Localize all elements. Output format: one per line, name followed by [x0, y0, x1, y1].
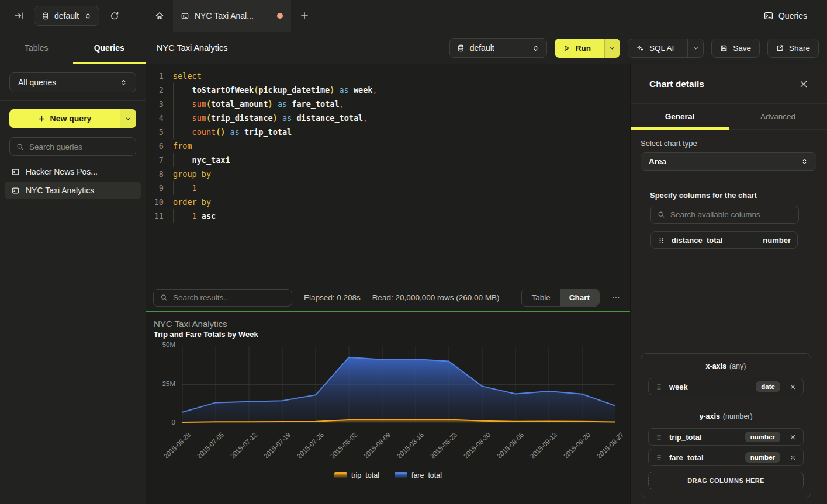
chevron-updown-icon — [801, 158, 808, 165]
new-query-dropdown[interactable] — [120, 109, 136, 128]
tab-queries[interactable]: Queries — [73, 32, 146, 64]
x-axis-column-week[interactable]: week date — [648, 378, 804, 395]
remove-column-icon[interactable] — [789, 454, 797, 461]
code-line[interactable]: 4 sum(trip_distance) as distance_total, — [152, 111, 630, 125]
topbar-database-selector[interactable]: default — [34, 6, 99, 26]
panel-header: Chart details — [631, 64, 827, 104]
panel-tabs: General Advanced — [631, 104, 827, 130]
line-content: count() as trip_total — [173, 125, 292, 139]
new-query-main[interactable]: New query — [9, 109, 120, 128]
code-line[interactable]: 2 toStartOfWeek(pickup_datetime) as week… — [152, 83, 630, 97]
remove-column-icon[interactable] — [789, 433, 797, 441]
run-button-main[interactable]: Run — [555, 39, 599, 58]
save-icon — [720, 44, 728, 52]
sql-editor[interactable]: 1select2 toStartOfWeek(pickup_datetime) … — [146, 64, 630, 283]
x-axis-title: x-axis(any) — [648, 360, 804, 375]
refresh-icon[interactable] — [108, 9, 122, 23]
home-icon[interactable] — [146, 0, 173, 32]
code-line[interactable]: 3 sum(total_amount) as fare_total, — [152, 97, 630, 111]
save-button[interactable]: Save — [711, 39, 760, 58]
code-line[interactable]: 8group by — [152, 167, 630, 181]
chevron-updown-icon — [120, 79, 127, 86]
toolbar-database-selector[interactable]: default — [449, 38, 547, 58]
query-item-nyc-taxi[interactable]: NYC Taxi Analytics — [5, 182, 141, 199]
topbar: default NYC Taxi Anal... Queries — [0, 0, 827, 32]
run-button[interactable]: Run — [555, 39, 620, 58]
new-tab-button[interactable] — [291, 0, 318, 32]
code-line[interactable]: 7 nyc_taxi — [152, 153, 630, 167]
sql-ai-main[interactable]: SQL AI — [628, 39, 682, 57]
code-line[interactable]: 5 count() as trip_total — [152, 125, 630, 139]
main-header: NYC Taxi Analytics default Run — [146, 32, 827, 64]
column-name: trip_total — [669, 433, 702, 442]
line-number: 11 — [152, 209, 164, 223]
tab-tables[interactable]: Tables — [0, 32, 73, 64]
collapse-sidebar-icon[interactable] — [12, 9, 26, 23]
remove-column-icon[interactable] — [789, 383, 797, 391]
chart-type-select[interactable]: Area — [641, 152, 816, 171]
legend-label: trip_total — [351, 471, 379, 479]
queries-button[interactable]: Queries — [764, 11, 827, 20]
tab-general[interactable]: General — [631, 104, 729, 129]
query-item-hacker-news[interactable]: Hacker News Pos... — [5, 163, 141, 180]
view-toggle-chart[interactable]: Chart — [560, 289, 599, 306]
drag-handle-icon[interactable] — [658, 237, 665, 244]
search-queries-input[interactable] — [29, 142, 129, 151]
sql-ai-button[interactable]: SQL AI — [628, 39, 704, 58]
tab-nyc-taxi-analytics[interactable]: NYC Taxi Anal... — [173, 0, 291, 32]
drop-zone-label: DRAG COLUMNS HERE — [687, 477, 764, 484]
columns-search-input[interactable] — [670, 210, 792, 219]
queries-console-icon — [764, 11, 773, 20]
code-line[interactable]: 1select — [152, 69, 630, 83]
sidebar-tabs: Tables Queries — [0, 32, 146, 64]
sql-ai-dropdown[interactable] — [687, 39, 703, 57]
line-content: nyc_taxi — [173, 153, 230, 167]
drag-handle-icon[interactable] — [655, 433, 663, 441]
more-options-icon[interactable] — [611, 293, 621, 303]
chart-plot[interactable] — [182, 346, 615, 423]
view-toggle-table[interactable]: Table — [522, 289, 559, 306]
code-line[interactable]: 11 1 asc — [152, 209, 630, 223]
unsaved-dot — [277, 13, 283, 19]
y-axis-title-text: y-axis — [699, 412, 719, 420]
drag-handle-icon[interactable] — [655, 454, 663, 461]
column-type: number — [763, 236, 791, 245]
legend-item-fare_total[interactable]: fare_total — [395, 471, 442, 479]
legend-item-trip_total[interactable]: trip_total — [334, 471, 379, 479]
share-button[interactable]: Share — [767, 39, 819, 58]
run-dropdown[interactable] — [604, 39, 620, 58]
line-number: 3 — [152, 97, 164, 111]
search-queries-field[interactable] — [9, 137, 136, 156]
line-content: sum(trip_distance) as distance_total, — [173, 111, 368, 125]
elapsed-stat: Elapsed: 0.208s — [304, 293, 361, 302]
query-filter-select[interactable]: All queries — [9, 72, 136, 92]
y-axis-title: y-axis(number) — [648, 410, 804, 425]
line-content: group by — [173, 167, 211, 181]
code-line[interactable]: 9 1 — [152, 181, 630, 195]
drop-zone[interactable]: DRAG COLUMNS HERE — [648, 472, 804, 489]
line-content: toStartOfWeek(pickup_datetime) as week, — [173, 83, 378, 97]
plus-icon — [38, 115, 46, 123]
legend-label: fare_total — [411, 471, 442, 479]
new-query-label: New query — [50, 114, 92, 123]
available-column-distance-total[interactable]: distance_total number — [650, 231, 798, 249]
drag-handle-icon[interactable] — [655, 383, 663, 391]
view-toggle-table-label: Table — [531, 293, 550, 302]
code-line[interactable]: 10order by — [152, 195, 630, 209]
code-line[interactable]: 6from — [152, 139, 630, 153]
line-number: 7 — [152, 153, 164, 167]
line-content: order by — [173, 195, 211, 209]
columns-search-field[interactable] — [650, 206, 799, 224]
topbar-left: default — [0, 0, 146, 32]
sql-ai-label: SQL AI — [649, 44, 674, 53]
search-results-field[interactable] — [153, 289, 292, 307]
new-query-button[interactable]: New query — [9, 109, 136, 128]
chart-legend: trip_totalfare_total — [146, 471, 630, 479]
y-axis-column-trip-total[interactable]: trip_total number — [648, 428, 804, 446]
y-axis-column-fare-total[interactable]: fare_total number — [648, 449, 804, 466]
tab-advanced[interactable]: Advanced — [729, 104, 827, 129]
close-icon[interactable] — [799, 79, 808, 89]
search-results-input[interactable] — [173, 293, 285, 302]
search-icon — [658, 211, 665, 218]
legend-swatch — [334, 472, 347, 478]
